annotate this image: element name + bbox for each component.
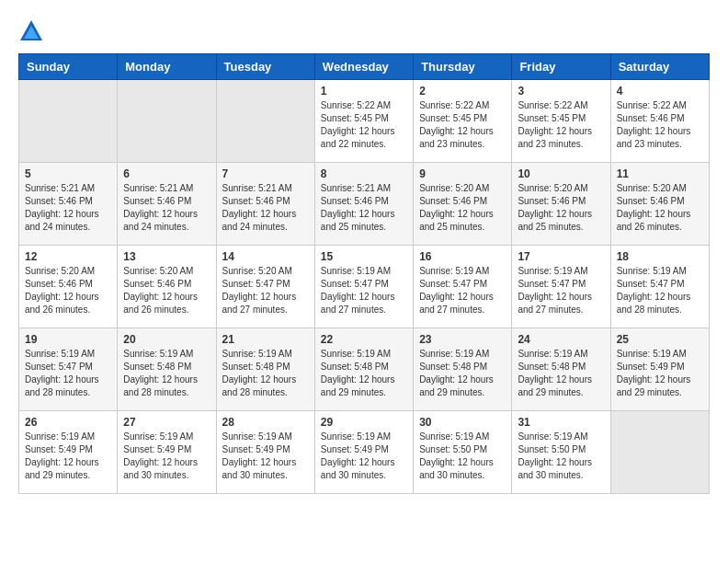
- day-number: 25: [617, 333, 703, 346]
- day-number: 9: [419, 167, 506, 180]
- day-info: Sunrise: 5:19 AM Sunset: 5:48 PM Dayligh…: [518, 348, 604, 399]
- calendar-cell: [118, 80, 216, 163]
- calendar-cell: 24Sunrise: 5:19 AM Sunset: 5:48 PM Dayli…: [512, 328, 610, 411]
- day-info: Sunrise: 5:19 AM Sunset: 5:50 PM Dayligh…: [419, 431, 506, 482]
- calendar-cell: 26Sunrise: 5:19 AM Sunset: 5:49 PM Dayli…: [19, 411, 118, 494]
- day-info: Sunrise: 5:19 AM Sunset: 5:50 PM Dayligh…: [518, 431, 604, 482]
- day-info: Sunrise: 5:20 AM Sunset: 5:46 PM Dayligh…: [419, 182, 506, 234]
- day-number: 11: [617, 167, 703, 180]
- day-info: Sunrise: 5:19 AM Sunset: 5:47 PM Dayligh…: [321, 265, 407, 316]
- day-number: 24: [518, 333, 604, 346]
- calendar-week-4: 19Sunrise: 5:19 AM Sunset: 5:47 PM Dayli…: [19, 328, 710, 411]
- header-day-tuesday: Tuesday: [216, 54, 314, 80]
- day-number: 1: [321, 85, 407, 98]
- day-number: 8: [321, 167, 407, 180]
- day-info: Sunrise: 5:22 AM Sunset: 5:45 PM Dayligh…: [321, 99, 407, 151]
- day-info: Sunrise: 5:19 AM Sunset: 5:47 PM Dayligh…: [25, 348, 111, 399]
- day-info: Sunrise: 5:20 AM Sunset: 5:46 PM Dayligh…: [617, 182, 703, 234]
- header-day-monday: Monday: [118, 54, 216, 80]
- calendar-week-3: 12Sunrise: 5:20 AM Sunset: 5:46 PM Dayli…: [19, 246, 710, 328]
- calendar-cell: 19Sunrise: 5:19 AM Sunset: 5:47 PM Dayli…: [19, 328, 118, 411]
- day-info: Sunrise: 5:21 AM Sunset: 5:46 PM Dayligh…: [321, 182, 407, 234]
- day-number: 15: [321, 250, 407, 263]
- calendar-cell: 31Sunrise: 5:19 AM Sunset: 5:50 PM Dayli…: [512, 411, 610, 494]
- calendar-cell: 30Sunrise: 5:19 AM Sunset: 5:50 PM Dayli…: [414, 411, 512, 494]
- day-info: Sunrise: 5:19 AM Sunset: 5:49 PM Dayligh…: [617, 348, 703, 399]
- day-info: Sunrise: 5:21 AM Sunset: 5:46 PM Dayligh…: [222, 182, 309, 234]
- calendar-cell: 11Sunrise: 5:20 AM Sunset: 5:46 PM Dayli…: [610, 163, 709, 246]
- day-info: Sunrise: 5:19 AM Sunset: 5:48 PM Dayligh…: [222, 348, 309, 399]
- day-info: Sunrise: 5:20 AM Sunset: 5:46 PM Dayligh…: [25, 265, 111, 316]
- day-number: 5: [25, 167, 111, 180]
- calendar-cell: 20Sunrise: 5:19 AM Sunset: 5:48 PM Dayli…: [118, 328, 216, 411]
- header-row: SundayMondayTuesdayWednesdayThursdayFrid…: [19, 54, 710, 80]
- day-info: Sunrise: 5:19 AM Sunset: 5:49 PM Dayligh…: [222, 431, 309, 482]
- calendar-cell: 6Sunrise: 5:21 AM Sunset: 5:46 PM Daylig…: [118, 163, 216, 246]
- day-info: Sunrise: 5:19 AM Sunset: 5:47 PM Dayligh…: [419, 265, 506, 316]
- day-info: Sunrise: 5:19 AM Sunset: 5:49 PM Dayligh…: [321, 431, 407, 482]
- calendar-cell: 14Sunrise: 5:20 AM Sunset: 5:47 PM Dayli…: [216, 246, 314, 328]
- calendar-cell: 8Sunrise: 5:21 AM Sunset: 5:46 PM Daylig…: [314, 163, 413, 246]
- day-info: Sunrise: 5:19 AM Sunset: 5:48 PM Dayligh…: [321, 348, 407, 399]
- day-info: Sunrise: 5:19 AM Sunset: 5:47 PM Dayligh…: [518, 265, 604, 316]
- calendar-cell: 15Sunrise: 5:19 AM Sunset: 5:47 PM Dayli…: [314, 246, 413, 328]
- calendar-header: SundayMondayTuesdayWednesdayThursdayFrid…: [19, 54, 710, 80]
- calendar-cell: [216, 80, 314, 163]
- logo-icon: [18, 18, 44, 44]
- day-info: Sunrise: 5:21 AM Sunset: 5:46 PM Dayligh…: [123, 182, 210, 234]
- calendar-cell: 17Sunrise: 5:19 AM Sunset: 5:47 PM Dayli…: [512, 246, 610, 328]
- day-number: 26: [25, 416, 111, 429]
- logo: [18, 18, 48, 44]
- day-number: 12: [25, 250, 111, 263]
- calendar-cell: 16Sunrise: 5:19 AM Sunset: 5:47 PM Dayli…: [414, 246, 512, 328]
- day-info: Sunrise: 5:19 AM Sunset: 5:48 PM Dayligh…: [123, 348, 210, 399]
- day-number: 14: [222, 250, 309, 263]
- day-info: Sunrise: 5:20 AM Sunset: 5:47 PM Dayligh…: [222, 265, 309, 316]
- calendar-body: 1Sunrise: 5:22 AM Sunset: 5:45 PM Daylig…: [19, 80, 710, 494]
- calendar-cell: 7Sunrise: 5:21 AM Sunset: 5:46 PM Daylig…: [216, 163, 314, 246]
- day-info: Sunrise: 5:20 AM Sunset: 5:46 PM Dayligh…: [123, 265, 210, 316]
- page-header: [18, 18, 710, 44]
- day-number: 16: [419, 250, 506, 263]
- calendar-cell: 3Sunrise: 5:22 AM Sunset: 5:45 PM Daylig…: [512, 80, 610, 163]
- calendar-cell: 10Sunrise: 5:20 AM Sunset: 5:46 PM Dayli…: [512, 163, 610, 246]
- day-info: Sunrise: 5:22 AM Sunset: 5:46 PM Dayligh…: [617, 99, 703, 151]
- day-number: 29: [321, 416, 407, 429]
- calendar-table: SundayMondayTuesdayWednesdayThursdayFrid…: [18, 53, 710, 494]
- day-info: Sunrise: 5:19 AM Sunset: 5:47 PM Dayligh…: [617, 265, 703, 316]
- day-number: 31: [518, 416, 604, 429]
- header-day-thursday: Thursday: [414, 54, 512, 80]
- day-number: 22: [321, 333, 407, 346]
- day-number: 23: [419, 333, 506, 346]
- day-number: 2: [419, 85, 506, 98]
- day-info: Sunrise: 5:22 AM Sunset: 5:45 PM Dayligh…: [419, 99, 506, 151]
- day-number: 19: [25, 333, 111, 346]
- day-number: 30: [419, 416, 506, 429]
- header-day-saturday: Saturday: [610, 54, 709, 80]
- day-info: Sunrise: 5:22 AM Sunset: 5:45 PM Dayligh…: [518, 99, 604, 151]
- header-day-wednesday: Wednesday: [314, 54, 413, 80]
- day-number: 6: [123, 167, 210, 180]
- day-number: 13: [123, 250, 210, 263]
- calendar-cell: 5Sunrise: 5:21 AM Sunset: 5:46 PM Daylig…: [19, 163, 118, 246]
- calendar-cell: 25Sunrise: 5:19 AM Sunset: 5:49 PM Dayli…: [610, 328, 709, 411]
- day-info: Sunrise: 5:19 AM Sunset: 5:48 PM Dayligh…: [419, 348, 506, 399]
- day-number: 20: [123, 333, 210, 346]
- calendar-cell: 23Sunrise: 5:19 AM Sunset: 5:48 PM Dayli…: [414, 328, 512, 411]
- calendar-week-5: 26Sunrise: 5:19 AM Sunset: 5:49 PM Dayli…: [19, 411, 710, 494]
- calendar-cell: 22Sunrise: 5:19 AM Sunset: 5:48 PM Dayli…: [314, 328, 413, 411]
- day-number: 27: [123, 416, 210, 429]
- day-number: 3: [518, 85, 604, 98]
- header-day-sunday: Sunday: [19, 54, 118, 80]
- day-info: Sunrise: 5:19 AM Sunset: 5:49 PM Dayligh…: [123, 431, 210, 482]
- header-day-friday: Friday: [512, 54, 610, 80]
- day-number: 18: [617, 250, 703, 263]
- day-number: 28: [222, 416, 309, 429]
- calendar-cell: 29Sunrise: 5:19 AM Sunset: 5:49 PM Dayli…: [314, 411, 413, 494]
- calendar-cell: 12Sunrise: 5:20 AM Sunset: 5:46 PM Dayli…: [19, 246, 118, 328]
- calendar-cell: 28Sunrise: 5:19 AM Sunset: 5:49 PM Dayli…: [216, 411, 314, 494]
- calendar-cell: 27Sunrise: 5:19 AM Sunset: 5:49 PM Dayli…: [118, 411, 216, 494]
- calendar-cell: 13Sunrise: 5:20 AM Sunset: 5:46 PM Dayli…: [118, 246, 216, 328]
- day-info: Sunrise: 5:21 AM Sunset: 5:46 PM Dayligh…: [25, 182, 111, 234]
- day-number: 4: [617, 85, 703, 98]
